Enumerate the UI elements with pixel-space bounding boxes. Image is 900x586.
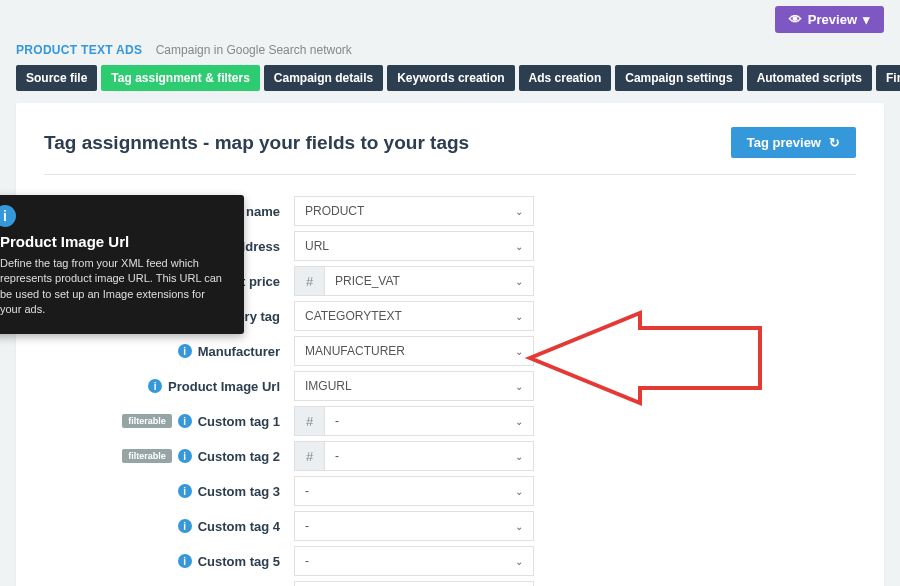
field-row: iCustom tag 5-⌄	[44, 545, 856, 577]
field-select[interactable]: PRODUCT⌄	[294, 196, 534, 226]
info-icon[interactable]: i	[178, 519, 192, 533]
select-value: MANUFACTURER	[305, 344, 405, 358]
main-panel: Tag assignments - map your fields to you…	[16, 103, 884, 586]
select-value: -	[335, 449, 339, 463]
tab-keywords-creation[interactable]: Keywords creation	[387, 65, 514, 91]
chevron-down-icon: ⌄	[515, 311, 523, 322]
chevron-down-icon: ⌄	[515, 451, 523, 462]
field-select[interactable]: -⌄	[324, 406, 534, 436]
field-row: iCustom tag 4-⌄	[44, 510, 856, 542]
tab-ads-creation[interactable]: Ads creation	[519, 65, 612, 91]
field-label: Custom tag 2	[198, 449, 280, 464]
info-icon[interactable]: i	[178, 344, 192, 358]
field-label: Custom tag 3	[198, 484, 280, 499]
select-value: PRICE_VAT	[335, 274, 400, 288]
field-select[interactable]: -⌄	[294, 546, 534, 576]
field-row: filterableiCustom tag 1#-⌄	[44, 405, 856, 437]
tab-finish[interactable]: Finish	[876, 65, 900, 91]
field-row: iCustom tag 3-⌄	[44, 475, 856, 507]
field-row: iCustom tag 6-⌄	[44, 580, 856, 586]
info-icon[interactable]: i	[148, 379, 162, 393]
hash-prefix: #	[294, 266, 324, 296]
chevron-down-icon: ⌄	[515, 556, 523, 567]
tab-campaign-details[interactable]: Campaign details	[264, 65, 383, 91]
tab-automated-scripts[interactable]: Automated scripts	[747, 65, 872, 91]
filterable-badge: filterable	[122, 414, 172, 428]
eye-icon: 👁	[789, 12, 802, 27]
chevron-down-icon: ⌄	[515, 486, 523, 497]
chevron-down-icon: ⌄	[515, 381, 523, 392]
chevron-down-icon: ⌄	[515, 276, 523, 287]
field-label: Custom tag 1	[198, 414, 280, 429]
field-label: Manufacturer	[198, 344, 280, 359]
select-value: -	[335, 414, 339, 428]
tooltip-body: Define the tag from your XML feed which …	[0, 256, 228, 318]
field-select[interactable]: MANUFACTURER⌄	[294, 336, 534, 366]
panel-title: Tag assignments - map your fields to you…	[44, 132, 469, 154]
field-row: iProduct Image UrlIMGURL⌄	[44, 370, 856, 402]
breadcrumb-sub: Campaign in Google Search network	[156, 43, 352, 57]
select-value: -	[305, 484, 309, 498]
field-label: Product Image Url	[168, 379, 280, 394]
caret-down-icon: ▾	[863, 12, 870, 27]
field-select[interactable]: -⌄	[324, 441, 534, 471]
info-icon[interactable]: i	[178, 554, 192, 568]
tab-tag-assignment[interactable]: Tag assignment & filters	[101, 65, 259, 91]
field-select[interactable]: URL⌄	[294, 231, 534, 261]
chevron-down-icon: ⌄	[515, 521, 523, 532]
tooltip-title: Product Image Url	[0, 233, 228, 250]
field-select[interactable]: -⌄	[294, 511, 534, 541]
chevron-down-icon: ⌄	[515, 346, 523, 357]
info-icon[interactable]: i	[178, 414, 192, 428]
preview-button[interactable]: 👁 Preview ▾	[775, 6, 884, 33]
chevron-down-icon: ⌄	[515, 416, 523, 427]
info-icon: i	[0, 205, 16, 227]
chevron-down-icon: ⌄	[515, 241, 523, 252]
tab-bar: Source file Tag assignment & filters Cam…	[0, 65, 900, 91]
info-icon[interactable]: i	[178, 449, 192, 463]
field-label: Custom tag 5	[198, 554, 280, 569]
field-label: Custom tag 4	[198, 519, 280, 534]
refresh-icon: ↻	[829, 135, 840, 150]
info-icon[interactable]: i	[178, 484, 192, 498]
chevron-down-icon: ⌄	[515, 206, 523, 217]
field-select[interactable]: -⌄	[294, 581, 534, 586]
breadcrumb: PRODUCT TEXT ADS Campaign in Google Sear…	[0, 39, 900, 65]
select-value: CATEGORYTEXT	[305, 309, 402, 323]
field-row: iManufacturerMANUFACTURER⌄	[44, 335, 856, 367]
field-select[interactable]: PRICE_VAT⌄	[324, 266, 534, 296]
tag-preview-button[interactable]: Tag preview ↻	[731, 127, 856, 158]
breadcrumb-main[interactable]: PRODUCT TEXT ADS	[16, 43, 142, 57]
tooltip-product-image-url: i Product Image Url Define the tag from …	[0, 195, 244, 334]
field-select[interactable]: -⌄	[294, 476, 534, 506]
select-value: IMGURL	[305, 379, 352, 393]
field-select[interactable]: CATEGORYTEXT⌄	[294, 301, 534, 331]
field-select[interactable]: IMGURL⌄	[294, 371, 534, 401]
hash-prefix: #	[294, 406, 324, 436]
field-row: filterableiCustom tag 2#-⌄	[44, 440, 856, 472]
select-value: -	[305, 554, 309, 568]
preview-label: Preview	[808, 12, 857, 27]
hash-prefix: #	[294, 441, 324, 471]
tab-campaign-settings[interactable]: Campaign settings	[615, 65, 742, 91]
filterable-badge: filterable	[122, 449, 172, 463]
select-value: PRODUCT	[305, 204, 364, 218]
select-value: -	[305, 519, 309, 533]
select-value: URL	[305, 239, 329, 253]
tab-source-file[interactable]: Source file	[16, 65, 97, 91]
